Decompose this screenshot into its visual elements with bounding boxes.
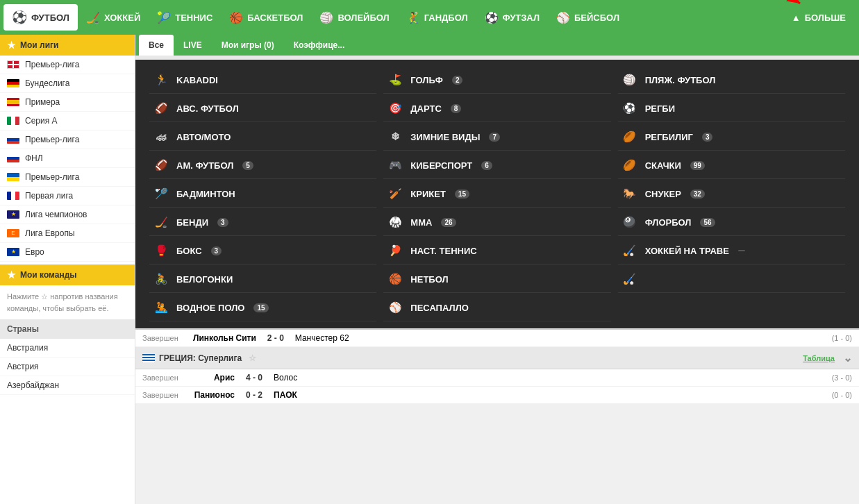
table-link-greece[interactable]: Таблица: [803, 354, 835, 362]
sport-item-kabaddi[interactable]: 🏃 KABADDI: [149, 67, 376, 94]
sport-item-beach-football[interactable]: ⚽ РЕГБИ: [618, 95, 845, 122]
match-home: Арис: [193, 373, 235, 383]
sport-item-beach-volleyball[interactable]: 🏐 ПЛЯЖ. ФУТБОЛ: [618, 67, 845, 94]
nav-football[interactable]: ⚽ ФУТБОЛ: [3, 4, 78, 31]
uel-flag: E: [7, 229, 19, 237]
sport-item-rugby[interactable]: 🏉 РЕГБИЛИГ 3: [618, 124, 845, 151]
ukraine-flag: [7, 173, 19, 181]
star-small-icon[interactable]: ☆: [249, 353, 256, 363]
my-leagues-header[interactable]: ★ Мои лиги: [0, 35, 135, 56]
sidebar-item-premier-ukr[interactable]: Премьер-лига: [0, 168, 135, 187]
sport-item-floorball[interactable]: 🏑 ХОККЕЙ НА ТРАВЕ: [618, 237, 845, 264]
am-football-icon: 🏈: [153, 157, 169, 174]
sport-item-horse-racing[interactable]: 🐎 СНУКЕР 32: [618, 180, 845, 208]
nav-more[interactable]: ▲ БОЛЬШЕ: [782, 7, 856, 28]
sport-item-boxing[interactable]: 🥊 БОКС 3: [149, 237, 376, 264]
sidebar: ★ Мои лиги Премьер-лига Бундеслига Приме…: [0, 35, 135, 504]
horse-racing-badge: 32: [690, 190, 705, 199]
match-result: (3 - 0): [832, 373, 852, 382]
sidebar-item-primera[interactable]: Примера: [0, 93, 135, 112]
badminton-icon: 🏸: [153, 185, 169, 202]
sport-item-water-polo[interactable]: 🤽 ВОДНОЕ ПОЛО 15: [149, 294, 376, 321]
rugby-league-badge: 99: [690, 161, 705, 170]
match-score: 0 - 2: [240, 390, 268, 400]
nav-tennis[interactable]: 🎾 ТЕННИС: [149, 6, 221, 30]
sport-item-cycling[interactable]: 🚴 ВЕЛОГОНКИ: [149, 266, 376, 293]
sidebar-item-fnl[interactable]: ФНЛ: [0, 149, 135, 168]
horse-racing-icon: 🐎: [622, 185, 638, 202]
sidebar-item-premier-league-eng[interactable]: Премьер-лига: [0, 56, 135, 74]
sport-item-aus-football[interactable]: 🏈 АВС. ФУТБОЛ: [149, 95, 376, 122]
tab-live[interactable]: LIVE: [174, 35, 212, 56]
sidebar-item-champions[interactable]: ★ Лига чемпионов: [0, 205, 135, 224]
bandy-icon: 🏒: [153, 214, 169, 230]
rugby-icon: 🏉: [622, 128, 638, 145]
sport-item-golf[interactable]: ⛳ ГОЛЬФ 2: [383, 67, 610, 94]
sidebar-item-premier-rus[interactable]: Премьер-лига: [0, 131, 135, 149]
nav-volleyball[interactable]: 🏐 ВОЛЕЙБОЛ: [311, 6, 397, 30]
am-football-badge: 5: [242, 161, 253, 170]
countries-header: Страны: [0, 319, 135, 339]
tab-odds[interactable]: Коэффице...: [284, 35, 355, 56]
sport-item-auto-moto[interactable]: 🏎 АВТО/МОТО: [149, 124, 376, 151]
sidebar-country-australia[interactable]: Австралия: [0, 339, 135, 358]
nav-basketball[interactable]: 🏀 БАСКЕТБОЛ: [221, 6, 311, 30]
darts-icon: 🎯: [387, 100, 403, 117]
league-header-greece[interactable]: ГРЕЦИЯ: Суперлига ☆ Таблица ⌄: [135, 347, 859, 369]
mma-badge: 26: [441, 218, 456, 227]
table-tennis-icon: 🏓: [387, 242, 403, 259]
nav-hockey[interactable]: 🏒 ХОККЕЙ: [78, 6, 149, 30]
sidebar-item-euro[interactable]: ★ Евро: [0, 243, 135, 262]
sport-item-snooker[interactable]: 🎱 ФЛОРБОЛ 56: [618, 209, 845, 236]
tab-all[interactable]: Все: [139, 35, 174, 56]
my-teams-hint: Нажмите ☆ напротив названия команды, что…: [0, 285, 135, 319]
nav-baseball[interactable]: ⚾ БЕЙСБОЛ: [548, 6, 628, 30]
sidebar-item-europa[interactable]: E Лига Европы: [0, 224, 135, 243]
expand-icon[interactable]: ⌄: [843, 351, 852, 364]
sports-dropdown: 🏃 KABADDI ⛳ ГОЛЬФ 2 🏐 ПЛЯЖ. ФУТБОЛ 🏈 АВС…: [135, 60, 859, 328]
sport-item-esports[interactable]: 🎮 КИБЕРСПОРТ 6: [383, 152, 610, 179]
match-row-greece-1: Завершен Арис 4 - 0 Волос (3 - 0): [135, 369, 859, 387]
tab-my-games[interactable]: Мои игры (0): [212, 35, 284, 56]
arrow-indicator: [758, 0, 814, 7]
euro-flag: ★: [7, 248, 19, 256]
golf-icon: ⛳: [387, 72, 403, 88]
field-hockey-icon: 🏑: [622, 271, 638, 287]
svg-line-0: [772, 0, 800, 3]
sport-item-bandy[interactable]: 🏒 БЕНДИ 3: [149, 209, 376, 236]
sport-item-pesapallo[interactable]: ⚾ ПЕСАПАЛЛО: [383, 294, 610, 321]
star-teams-icon: ★: [7, 269, 16, 280]
match-result: (1 - 0): [832, 334, 852, 342]
sport-item-winter[interactable]: ❄ ЗИМНИЕ ВИДЫ 7: [383, 124, 610, 151]
sport-item-netball[interactable]: 🏀 НЕТБОЛ: [383, 266, 610, 293]
england-flag: [7, 60, 19, 69]
league-name: ГРЕЦИЯ: Суперлига: [159, 353, 242, 363]
sport-item-badminton[interactable]: 🏸 БАДМИНТОН: [149, 180, 376, 208]
my-teams-header[interactable]: ★ Мои команды: [0, 264, 135, 285]
nav-handball[interactable]: 🤾 ГАНДБОЛ: [398, 6, 476, 30]
sidebar-item-serie-a[interactable]: Серия А: [0, 112, 135, 131]
nav-futsal[interactable]: ⚽ ФУТЗАЛ: [476, 6, 548, 30]
sport-item-table-tennis[interactable]: 🏓 НАСТ. ТЕННИС: [383, 237, 610, 264]
netball-icon: 🏀: [387, 271, 403, 287]
sport-item-mma[interactable]: 🥋 МMA 26: [383, 209, 610, 236]
cycling-icon: 🚴: [153, 271, 169, 287]
match-home: Линкольн Сити: [193, 333, 256, 343]
sport-item-field-hockey[interactable]: 🏑: [618, 266, 845, 293]
sport-item-rugby-league[interactable]: 🏉 СКАЧКИ 99: [618, 152, 845, 179]
sidebar-item-bundesliga[interactable]: Бундеслига: [0, 74, 135, 93]
more-arrow-icon: ▲: [792, 12, 801, 23]
water-polo-icon: 🤽: [153, 299, 169, 316]
sport-item-am-football[interactable]: 🏈 АМ. ФУТБОЛ 5: [149, 152, 376, 179]
rugby-badge: 3: [702, 133, 713, 142]
basketball-icon: 🏀: [229, 11, 243, 24]
match-row-greece-2: Завершен Панионос 0 - 2 ПАОК (0 - 0): [135, 387, 859, 404]
match-result: (0 - 0): [832, 391, 852, 399]
match-status: Завершен: [142, 373, 187, 382]
sport-item-darts[interactable]: 🎯 ДАРТС 8: [383, 95, 610, 122]
sidebar-country-azerbaijan[interactable]: Азербайджан: [0, 376, 135, 395]
sidebar-country-austria[interactable]: Австрия: [0, 358, 135, 376]
sport-item-cricket[interactable]: 🏏 КРИКЕТ 15: [383, 180, 610, 208]
winter-icon: ❄: [387, 128, 403, 145]
sidebar-item-ligue1[interactable]: Первая лига: [0, 187, 135, 205]
